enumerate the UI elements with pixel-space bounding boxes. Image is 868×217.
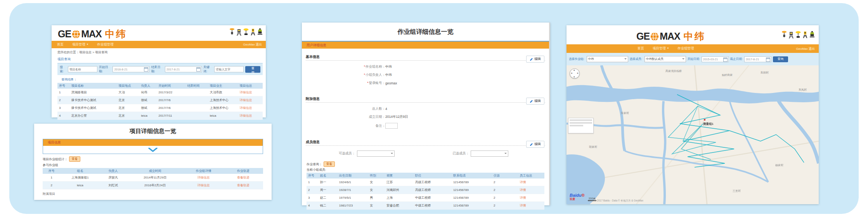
table-cell: 高级工程师: [414, 178, 452, 186]
theodolite-icon: [802, 31, 808, 38]
table-cell: 徕卡技术中心测试: [70, 96, 117, 104]
logo-text-max: MAX: [81, 28, 102, 40]
chevron-down-icon: ▼: [86, 43, 88, 46]
calendar-icon[interactable]: [196, 67, 201, 72]
field-value: geomax: [385, 81, 397, 85]
view-stats-button[interactable]: 查看: [69, 156, 80, 162]
table-link[interactable]: 详细信息: [184, 182, 223, 189]
start-date-label: 开始日期:: [99, 65, 111, 74]
chosen-members-select[interactable]: [471, 150, 508, 157]
edit-extra-button[interactable]: 编辑: [526, 98, 544, 105]
table-cell: 2: [43, 182, 60, 189]
table-link[interactable]: 查看轨迹: [223, 182, 263, 189]
calendar-icon[interactable]: [766, 58, 770, 62]
map-place-label: 高家湾跨线桥: [665, 69, 682, 73]
map-place-label: 三里村: [733, 189, 741, 193]
table-link[interactable]: 详细信息: [184, 174, 223, 182]
table-row: 2周一1928/7/1女河南郑州高级工程师1214567892详情: [307, 186, 544, 194]
table-cell: 1: [307, 178, 319, 186]
column-header: 序号: [57, 83, 70, 89]
instrument-icons: [229, 28, 263, 36]
map-place-label: 测量组1: [703, 122, 714, 126]
table-link[interactable]: 详细信息: [238, 89, 263, 96]
table-cell: 1928/7/1: [338, 186, 369, 194]
table-cell: 2: [307, 186, 319, 194]
keyword-input[interactable]: [214, 66, 244, 72]
current-members-label: 当前小组成员:: [307, 168, 549, 172]
table-cell: 上海: [385, 194, 414, 202]
field-value: 4: [385, 107, 387, 111]
table-cell: 上海测量组1: [60, 174, 100, 182]
table-row: 1上海测量组1庆骏凡2014年11月29日详细信息查看轨迹: [43, 174, 263, 182]
table-cell: 周一: [319, 186, 338, 194]
table-cell: 3: [307, 194, 319, 202]
search-button[interactable]: 查询: [245, 66, 260, 73]
logo-text-ge: GE: [636, 31, 650, 42]
pencil-icon: [530, 143, 533, 146]
section-basic-info: 基本信息 编辑: [306, 52, 545, 61]
baidu-map[interactable]: ▴▾ ◂▸ Baidu® 百度 200米 © 2017 Baidu - Data…: [567, 65, 819, 204]
end-date-label: 截止日期:: [730, 57, 743, 61]
map-search-button[interactable]: 查询: [773, 56, 788, 62]
calendar-icon[interactable]: [144, 67, 148, 72]
nav-item-projects[interactable]: 项目管理 ▼: [72, 42, 88, 47]
nav-item-groups[interactable]: 作业组管理: [677, 46, 694, 51]
logout-link[interactable]: GeoMax 退出: [796, 47, 815, 51]
table-link[interactable]: 详细信息: [238, 112, 263, 120]
project-search-bar: 搜索: 开始日期: 结束日期: 关键词: 查询: [57, 63, 263, 75]
select-label: 已选成员：: [453, 151, 470, 155]
table-link[interactable]: 查看轨迹: [223, 174, 263, 182]
table-cell: 2017/7/6: [157, 104, 186, 112]
table-row: 4钱二1981/7/23女安徽合肥中级工程师1214567892详情: [307, 202, 544, 210]
nav-item-home[interactable]: 首页: [638, 46, 644, 51]
column-header: 职位: [414, 173, 452, 178]
column-header: 出生日期: [338, 173, 369, 178]
table-row: 4北京办公室北京leica2017/7/11leica详细信息: [57, 112, 263, 120]
column-header: 作业轨迹: [223, 168, 263, 174]
nav-item-home[interactable]: 首页: [57, 42, 64, 47]
table-link[interactable]: 详情: [518, 202, 544, 210]
table-link[interactable]: 详细信息: [238, 104, 263, 112]
table-cell: 2: [492, 194, 518, 202]
logout-link[interactable]: GeoMax 退出: [243, 42, 262, 47]
expand-row[interactable]: [43, 146, 263, 154]
map-layer-control[interactable]: [568, 118, 594, 133]
map-pan-control[interactable]: ▴▾ ◂▸: [570, 68, 580, 79]
field-label: 成立日期：: [348, 115, 385, 119]
table-cell: 高级工程师: [414, 186, 452, 194]
edit-basic-button[interactable]: 编辑: [526, 56, 544, 63]
section-title: 附加信息: [306, 96, 320, 102]
logo-text-max: MAX: [660, 31, 680, 42]
brand-header: GE MAX 中纬: [567, 25, 819, 44]
view-jobs-button[interactable]: 查看: [324, 161, 335, 167]
calendar-icon[interactable]: [723, 58, 728, 62]
table-cell: 4: [307, 202, 319, 210]
nav-item-groups[interactable]: 作业组管理: [97, 42, 114, 47]
table-cell: 男: [368, 194, 385, 202]
map-copyright: © 2017 Baidu - Data © 长地万方 & GeoMax: [594, 199, 643, 203]
geomax-logo: GE MAX 中纬: [58, 28, 127, 40]
table-link[interactable]: 详细信息: [238, 96, 263, 104]
table-cell: 121456789: [452, 194, 492, 202]
map-place-label: 杨家村: [775, 163, 783, 167]
column-header: 项目信息: [238, 83, 263, 89]
table-link[interactable]: 详情: [518, 178, 544, 186]
search-name-input[interactable]: [68, 66, 97, 72]
table-cell: 1979/5/1: [338, 194, 369, 202]
table-link[interactable]: 详情: [518, 186, 544, 194]
end-date-label: 结束日期:: [151, 65, 163, 74]
map-query-toolbar: 选择作业组: 中纬 选择成员: 中纬默认成员 开始日期: 截止日期: 查询: [567, 53, 819, 65]
available-members-select[interactable]: [357, 150, 395, 157]
member-select-label: 选择成员:: [630, 57, 642, 61]
nav-item-projects[interactable]: 项目管理 ▼: [653, 46, 669, 51]
field-value: 中纬: [385, 73, 392, 77]
member-select[interactable]: 中纬默认成员: [645, 56, 686, 62]
memo-textarea[interactable]: [385, 123, 398, 129]
table-cell: 中级工程师: [414, 194, 452, 202]
table-link[interactable]: 详情: [518, 194, 544, 202]
group-select[interactable]: 中纬: [587, 56, 628, 62]
edit-members-button[interactable]: 编辑: [526, 141, 544, 148]
field-label: 总人数：: [348, 107, 385, 111]
field-label: 登录账号：: [369, 81, 386, 85]
panel-project-query: GE MAX 中纬 首页 项目管理 ▼ 作业组管理 GeoMax 退出 您所在的…: [52, 25, 266, 117]
